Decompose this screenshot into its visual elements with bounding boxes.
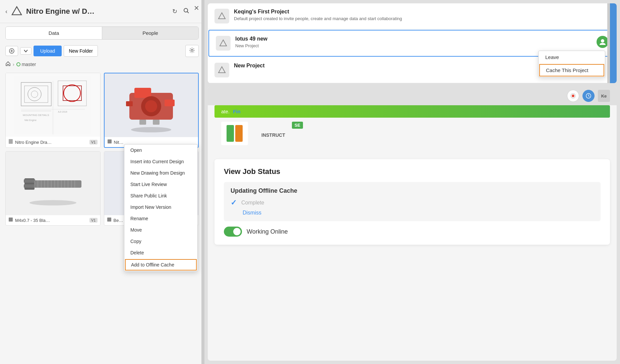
project-triangle-icon-3 [217,65,227,75]
search-button[interactable] [182,7,191,16]
back-button[interactable]: ‹ [5,8,7,15]
header-row: ‹ Nitro Engine w/ D… ↻ [0,0,204,23]
check-icon: ✓ [231,198,237,207]
context-menu-move[interactable]: Move [124,224,197,236]
project-desc-1: Default project created to invite people… [234,16,610,22]
instruct-label: INSTRUCT [261,132,285,138]
toolbar-row: Upload New Folder [0,43,204,59]
file-type-icon-1 [8,139,13,145]
project-dropdown: Leave Cache This Project [538,51,605,77]
dropdown-button[interactable] [20,47,32,55]
file-type-icon-3 [8,217,13,223]
version-badge-1: V1 [89,140,97,144]
project-icon-2 [216,36,231,51]
logo-inner [227,125,243,142]
refresh-button[interactable]: ↻ [171,7,179,16]
project-dropdown-cache[interactable]: Cache This Project [539,64,604,76]
file-type-icon-4 [107,217,112,223]
user-avatar[interactable]: Ke [598,90,610,102]
tab-data[interactable]: Data [6,27,102,39]
job-status-panel: View Job Status Updating Offline Cache ✓… [214,159,610,245]
context-menu-insert[interactable]: Insert into Current Design [124,156,197,167]
project-triangle-icon-1 [217,11,227,21]
file-card-3[interactable]: M4x0.7 - 35 Bla… V1 [5,151,101,226]
breadcrumb-item: master [16,62,36,67]
project-details-1: Keqing's First Project Default project c… [234,9,610,22]
svg-marker-7 [6,62,10,66]
project-details-2: lotus 49 new New Project [235,36,592,49]
context-menu-delete[interactable]: Delete [124,247,197,258]
context-menu-rename[interactable]: Rename [124,213,197,224]
context-menu-open[interactable]: Open [124,144,197,156]
file-card-2[interactable]: Nit… [104,73,199,148]
new-folder-button[interactable]: New Folder [64,45,98,57]
context-menu-copy[interactable]: Copy [124,236,197,247]
project-icon-1 [214,9,229,23]
bottom-section: Ke ate. Fin INSTRUCT SE View Job Status … [208,86,617,361]
engine-thumbnail [113,76,190,135]
instructables-logo [221,122,248,145]
context-menu-import-version[interactable]: Import New Version [124,201,197,213]
svg-point-1 [184,8,188,12]
version-badge-3: V1 [89,218,97,223]
svg-rect-28 [165,100,175,106]
projects-scrollbar[interactable] [607,3,610,83]
settings-button[interactable] [185,45,199,57]
project-triangle-icon-2 [219,39,228,48]
add-button[interactable] [5,46,18,56]
part4-icon [107,217,112,222]
upload-button[interactable]: Upload [34,46,62,56]
context-menu-add-offline[interactable]: Add to Offline Cache [125,259,197,270]
tab-people[interactable]: People [102,27,198,39]
svg-rect-55 [107,218,111,222]
file-card-1[interactable]: MOUNTING DETAILS Nile Engine AJI 2016 [5,73,101,148]
branch-name[interactable]: master [22,62,36,67]
svg-rect-25 [134,88,151,98]
context-menu-live-review[interactable]: Start Live Review [124,179,197,190]
drawing-icon [8,139,13,144]
svg-rect-31 [153,120,160,125]
logo-bar-orange [235,125,243,142]
gear-icon [189,47,195,53]
user-avatar-icon [599,38,606,46]
file-thumb-1: MOUNTING DETAILS Nile Engine AJI 2016 [6,73,100,137]
file-thumb-3 [6,151,100,215]
project-item-1[interactable]: Keqing's First Project Default project c… [208,3,617,29]
working-online-row: Working Online [224,227,601,237]
svg-marker-57 [220,40,227,46]
left-scrollbar[interactable] [201,0,204,364]
dismiss-link[interactable]: Dismiss [243,210,594,216]
part-icon [8,217,13,222]
page-title: Nitro Engine w/ D… [26,7,168,16]
svg-rect-37 [24,179,35,183]
bottom-header: Ke [208,86,617,105]
se-badge: SE [292,122,303,129]
offline-cache-section: Updating Offline Cache ✓ Complete Dismis… [224,182,601,221]
model-icon [107,139,112,144]
context-menu-new-drawing[interactable]: New Drawing from Design [124,167,197,179]
project-dropdown-leave[interactable]: Leave [539,51,605,63]
record-button[interactable] [567,90,579,102]
project-name-1: Keqing's First Project [234,9,610,15]
left-panel: ‹ Nitro Engine w/ D… ↻ ✕ Data People [0,0,204,364]
right-panel: Keqing's First Project Default project c… [204,0,620,364]
offline-cache-title: Updating Offline Cache [231,187,594,194]
app-icon [11,5,23,17]
svg-point-32 [131,127,171,132]
project-item-2[interactable]: lotus 49 new New Project Leave Cache Thi… [208,30,616,57]
context-menu-share-link[interactable]: Share Public Link [124,190,197,201]
banner-area: ate. Fin [214,105,610,118]
complete-label: Complete [241,200,264,206]
working-online-toggle[interactable] [224,227,242,237]
working-online-label: Working Online [247,228,288,235]
breadcrumb-home-icon[interactable] [5,61,11,67]
project-name-2: lotus 49 new [235,36,592,42]
file-info-1: Nitro Engine Dra… V1 [6,137,100,147]
home-icon [5,61,11,66]
search-icon [183,8,189,14]
svg-rect-38 [24,184,35,188]
clock-button[interactable] [582,90,595,102]
close-button[interactable]: ✕ [194,5,199,11]
add-icon [9,48,14,54]
fin-text: Fin [233,109,241,114]
